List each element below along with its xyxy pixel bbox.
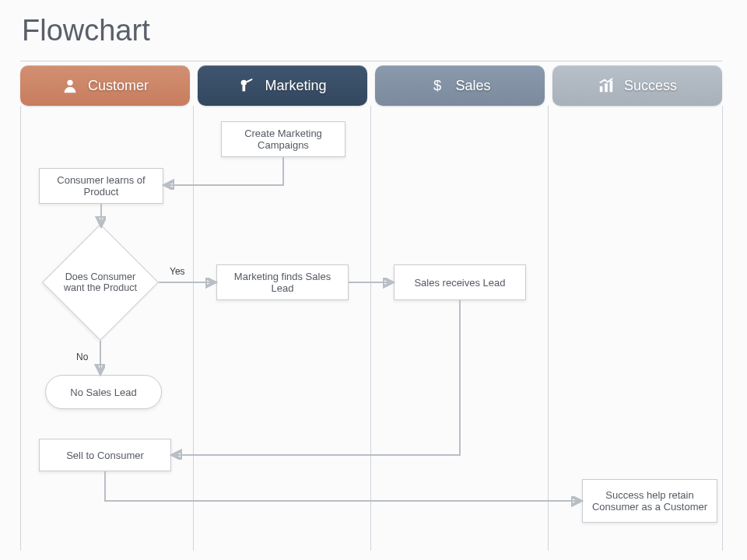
- node-label: Sales receives Lead: [414, 277, 505, 289]
- edge-label-yes: Yes: [170, 266, 185, 277]
- svg-rect-4: [600, 86, 603, 92]
- node-label: Marketing finds Sales Lead: [223, 271, 342, 294]
- lane-label: Marketing: [265, 78, 326, 94]
- lane-label: Sales: [455, 78, 490, 94]
- node-no-lead: No Sales Lead: [45, 375, 162, 409]
- lane-label: Customer: [88, 78, 149, 94]
- node-decision-want: Does Consumer want the Product: [42, 224, 159, 341]
- lane-divider: [370, 106, 371, 551]
- lane-header-success: Success: [552, 65, 722, 106]
- chart-icon: [598, 77, 615, 94]
- svg-rect-6: [610, 81, 613, 93]
- lane-divider: [722, 106, 723, 551]
- node-label: Does Consumer want the Product: [54, 271, 147, 293]
- node-learn-product: Consumer learns of Product: [39, 168, 163, 204]
- lane-label: Success: [624, 78, 677, 94]
- svg-rect-2: [243, 86, 246, 91]
- node-create-campaigns: Create Marketing Campaigns: [221, 121, 345, 157]
- lane-divider: [20, 106, 21, 551]
- person-icon: [61, 77, 79, 94]
- node-label: Success help retain Consumer as a Custom…: [589, 489, 710, 513]
- megaphone-icon: [238, 77, 255, 94]
- flowchart-canvas: Flowchart Customer Marketing $ Sales Suc…: [0, 0, 747, 560]
- node-find-lead: Marketing finds Sales Lead: [216, 264, 349, 300]
- top-divider: [20, 61, 722, 61]
- lane-header-sales: $ Sales: [375, 65, 545, 106]
- edge-label-no: No: [76, 352, 88, 362]
- node-retain: Success help retain Consumer as a Custom…: [582, 479, 717, 523]
- node-label: No Sales Lead: [70, 387, 136, 398]
- lane-divider: [548, 106, 549, 551]
- node-label: Create Marketing Campaigns: [228, 128, 338, 151]
- node-sell: Sell to Consumer: [39, 439, 171, 471]
- node-receive-lead: Sales receives Lead: [394, 264, 526, 300]
- lane-header-customer: Customer: [20, 65, 190, 106]
- svg-rect-5: [605, 83, 608, 92]
- page-title: Flowchart: [22, 14, 150, 47]
- svg-text:$: $: [433, 77, 441, 93]
- lane-header-marketing: Marketing: [198, 65, 367, 106]
- dollar-icon: $: [429, 77, 446, 94]
- svg-point-0: [67, 80, 72, 86]
- svg-point-1: [241, 80, 247, 86]
- node-label: Consumer learns of Product: [46, 174, 156, 198]
- lane-divider: [193, 106, 194, 551]
- node-label: Sell to Consumer: [66, 450, 144, 461]
